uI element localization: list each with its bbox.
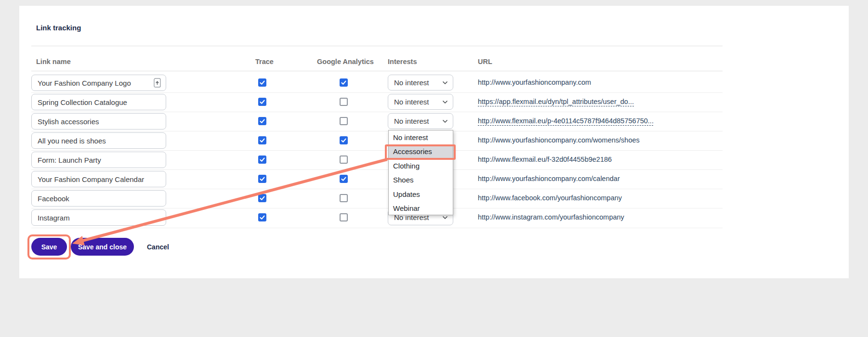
- row-divider: [31, 228, 723, 228]
- chevron-down-icon: [442, 100, 448, 104]
- interests-select-value: No interest: [394, 117, 442, 125]
- image-link-icon: [154, 78, 161, 88]
- google-analytics-checkbox[interactable]: [340, 136, 348, 144]
- save-button[interactable]: Save: [31, 238, 67, 256]
- interests-select[interactable]: No interest: [388, 75, 453, 91]
- interests-select-value: No interest: [394, 98, 442, 106]
- chevron-down-icon: [442, 81, 448, 85]
- google-analytics-checkbox[interactable]: [340, 156, 348, 164]
- link-url[interactable]: http://www.flexmail.eu/f-32d0f4455b9e218…: [478, 156, 612, 163]
- check-icon: [260, 216, 264, 219]
- link-name-value: Your Fashion Company Calendar: [38, 175, 161, 183]
- link-url[interactable]: https://app.flexmail.eu/dyn/tpl_attribut…: [478, 98, 634, 105]
- link-name-value: Spring Collection Catalogue: [38, 98, 161, 106]
- trace-checkbox[interactable]: [258, 98, 266, 106]
- column-header-google-analytics: Google Analytics: [317, 58, 374, 65]
- link-url[interactable]: http://www.yourfashioncompany.com: [478, 78, 591, 86]
- column-header-url: URL: [478, 58, 492, 65]
- dropdown-option-clothing[interactable]: Clothing: [389, 159, 453, 173]
- trace-checkbox[interactable]: [258, 194, 266, 202]
- link-url[interactable]: http://www.flexmail.eu/p-4e0114c5787f946…: [478, 117, 654, 125]
- dropdown-option-shoes[interactable]: Shoes: [389, 173, 453, 187]
- link-name-input[interactable]: Your Fashion Company Calendar: [31, 171, 166, 187]
- column-header-link-name: Link name: [36, 58, 71, 65]
- link-name-input[interactable]: Form: Launch Party: [31, 152, 166, 168]
- header-divider: [31, 71, 723, 71]
- check-icon: [260, 120, 264, 123]
- row-divider: [31, 150, 723, 151]
- link-name-input[interactable]: Spring Collection Catalogue: [31, 94, 166, 110]
- check-icon: [342, 178, 345, 181]
- interests-dropdown-list: No interest Accessories Clothing Shoes U…: [388, 130, 453, 215]
- trace-checkbox[interactable]: [258, 213, 266, 221]
- interests-select[interactable]: No interest: [388, 94, 453, 110]
- check-icon: [342, 81, 345, 84]
- dropdown-option-webinar[interactable]: Webinar: [389, 201, 453, 215]
- link-name-value: Your Fashion Company Logo: [38, 79, 154, 87]
- link-name-input[interactable]: Stylish accessories: [31, 113, 166, 130]
- row-divider: [31, 92, 723, 93]
- link-url[interactable]: http://www.instagram.com/yourfashioncomp…: [478, 213, 624, 221]
- check-icon: [260, 158, 264, 161]
- row-divider: [31, 189, 723, 189]
- check-icon: [260, 197, 264, 200]
- row-divider: [31, 131, 723, 131]
- trace-checkbox[interactable]: [258, 136, 266, 144]
- page-title: Link tracking: [36, 24, 81, 32]
- interests-select-value: No interest: [394, 78, 442, 87]
- interests-select-open[interactable]: No interest: [388, 113, 453, 129]
- cancel-button[interactable]: Cancel: [144, 243, 172, 251]
- row-divider: [31, 208, 723, 208]
- check-icon: [260, 101, 264, 104]
- link-name-value: Stylish accessories: [38, 117, 161, 126]
- check-icon: [342, 139, 345, 142]
- link-name-input[interactable]: Your Fashion Company Logo: [31, 75, 166, 91]
- row-divider: [31, 169, 723, 170]
- link-url[interactable]: http://www.yourfashioncompany.com/womens…: [478, 136, 640, 144]
- trace-checkbox[interactable]: [258, 156, 266, 164]
- column-header-trace: Trace: [255, 58, 274, 65]
- link-name-input[interactable]: Instagram: [31, 209, 166, 226]
- dropdown-option-accessories[interactable]: Accessories: [389, 144, 453, 158]
- link-name-input[interactable]: All you need is shoes: [31, 132, 166, 149]
- link-url[interactable]: http://www.yourfashioncompany.com/calend…: [478, 175, 620, 182]
- google-analytics-checkbox[interactable]: [340, 175, 348, 183]
- link-name-value: Form: Launch Party: [38, 156, 161, 164]
- check-icon: [260, 81, 264, 84]
- trace-checkbox[interactable]: [258, 117, 266, 125]
- chevron-down-icon: [442, 119, 448, 123]
- link-name-value: Facebook: [38, 194, 161, 203]
- trace-checkbox[interactable]: [258, 175, 266, 183]
- title-divider: [31, 46, 723, 46]
- google-analytics-checkbox[interactable]: [340, 213, 348, 221]
- check-icon: [260, 139, 264, 142]
- dropdown-option-updates[interactable]: Updates: [389, 187, 453, 201]
- google-analytics-checkbox[interactable]: [340, 98, 348, 106]
- save-and-close-button[interactable]: Save and close: [71, 238, 134, 256]
- trace-checkbox[interactable]: [258, 78, 266, 87]
- link-name-value: All you need is shoes: [38, 137, 161, 145]
- google-analytics-checkbox[interactable]: [340, 78, 348, 87]
- row-divider: [31, 112, 723, 112]
- chevron-down-icon: [442, 216, 448, 220]
- google-analytics-checkbox[interactable]: [340, 194, 348, 202]
- check-icon: [260, 178, 264, 181]
- google-analytics-checkbox[interactable]: [340, 117, 348, 125]
- link-url[interactable]: http://www.facebook.com/yourfashioncompa…: [478, 194, 622, 202]
- link-name-value: Instagram: [38, 214, 161, 222]
- column-header-interests: Interests: [388, 58, 417, 65]
- link-name-input[interactable]: Facebook: [31, 190, 166, 207]
- dropdown-option-no-interest[interactable]: No interest: [389, 130, 453, 144]
